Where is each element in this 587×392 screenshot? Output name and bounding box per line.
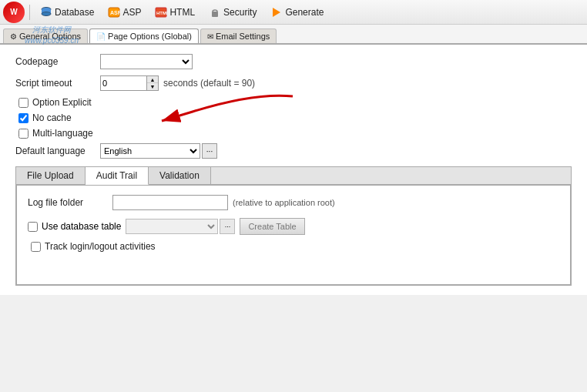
toolbar-html-btn[interactable]: HTML HTML: [149, 4, 200, 21]
codepage-label: Codepage: [15, 56, 100, 67]
toolbar-security-btn[interactable]: Security: [203, 4, 262, 21]
log-file-folder-input[interactable]: [112, 195, 228, 210]
option-explicit-row: Option Explicit: [15, 97, 572, 108]
use-db-table-label[interactable]: Use database table: [42, 221, 121, 232]
db-table-dots-btn[interactable]: ···: [220, 219, 235, 234]
track-login-row: Track login/logout activities: [28, 241, 559, 252]
svg-marker-9: [273, 8, 280, 17]
script-timeout-spinner: ▲ ▼: [100, 75, 159, 91]
svg-text:ASP: ASP: [110, 10, 120, 15]
multi-language-checkbox[interactable]: [18, 129, 29, 139]
toolbar-asp-btn[interactable]: ASP ASP: [102, 4, 146, 21]
default-language-more-btn[interactable]: ···: [202, 143, 217, 159]
log-file-folder-row: Log file folder (relative to application…: [28, 195, 559, 210]
track-login-checkbox[interactable]: [31, 242, 41, 252]
multi-language-label[interactable]: Multi-language: [32, 128, 93, 139]
no-cache-checkbox[interactable]: [18, 113, 29, 123]
spin-up-btn[interactable]: ▲: [147, 76, 158, 83]
inner-tabs-header: File Upload Audit Trail Validation: [16, 167, 571, 185]
script-timeout-input[interactable]: [100, 75, 146, 91]
no-cache-row: No cache: [15, 112, 572, 123]
security-icon: [209, 6, 221, 18]
default-language-row: Default language English ···: [15, 143, 572, 159]
codepage-select[interactable]: [100, 54, 193, 69]
option-explicit-label[interactable]: Option Explicit: [32, 97, 92, 108]
default-language-select[interactable]: English: [100, 143, 200, 159]
gear-icon: ⚙: [10, 32, 17, 41]
script-timeout-label: Script timeout: [15, 78, 100, 89]
database-icon: [40, 6, 52, 18]
divider-1: [29, 5, 30, 20]
default-language-label: Default language: [15, 146, 100, 156]
use-db-table-row: Use database table ··· Create Table: [28, 218, 559, 235]
spin-down-btn[interactable]: ▼: [147, 83, 158, 90]
codepage-row: Codepage: [15, 54, 572, 69]
seconds-hint: seconds (default = 90): [163, 78, 255, 89]
script-timeout-row: Script timeout ▲ ▼ seconds (default = 90…: [15, 75, 572, 91]
main-toolbar: W Database ASP ASP HTML HTML Security: [0, 0, 587, 25]
asp-icon: ASP: [108, 6, 120, 18]
sub-tabs-row: ⚙ General Options 📄 Page Options (Global…: [0, 25, 587, 45]
main-content: Codepage Script timeout ▲ ▼ seconds (def…: [0, 45, 587, 295]
inner-tab-audit-trail[interactable]: Audit Trail: [86, 167, 149, 185]
track-login-label[interactable]: Track login/logout activities: [45, 241, 156, 252]
spin-buttons: ▲ ▼: [146, 75, 159, 91]
email-icon: ✉: [207, 32, 213, 41]
inner-tab-file-upload[interactable]: File Upload: [16, 167, 86, 184]
subtab-email-settings[interactable]: ✉ Email Settings: [200, 28, 277, 43]
option-explicit-checkbox[interactable]: [18, 98, 29, 108]
subtab-general-options[interactable]: ⚙ General Options: [3, 28, 88, 43]
inner-tabs-container: File Upload Audit Trail Validation Log f…: [15, 166, 572, 286]
create-table-button[interactable]: Create Table: [240, 218, 304, 235]
inner-tab-validation[interactable]: Validation: [149, 167, 211, 184]
html-icon: HTML: [155, 6, 167, 18]
log-file-folder-label: Log file folder: [28, 197, 112, 208]
subtab-page-options[interactable]: 📄 Page Options (Global): [89, 28, 199, 43]
svg-point-2: [42, 12, 51, 15]
no-cache-label[interactable]: No cache: [32, 112, 72, 123]
use-db-table-checkbox[interactable]: [28, 222, 38, 232]
inner-tab-content: Log file folder (relative to application…: [16, 185, 571, 285]
svg-text:HTML: HTML: [156, 11, 167, 15]
generate-icon: [270, 6, 283, 18]
toolbar-generate-btn[interactable]: Generate: [265, 4, 329, 21]
toolbar-database-btn[interactable]: Database: [35, 4, 99, 21]
log-file-folder-hint: (relative to application root): [233, 198, 335, 207]
multi-language-row: Multi-language: [15, 128, 572, 139]
app-logo-icon: W: [3, 2, 25, 23]
db-table-select[interactable]: [126, 219, 218, 234]
page-icon: 📄: [96, 32, 106, 41]
